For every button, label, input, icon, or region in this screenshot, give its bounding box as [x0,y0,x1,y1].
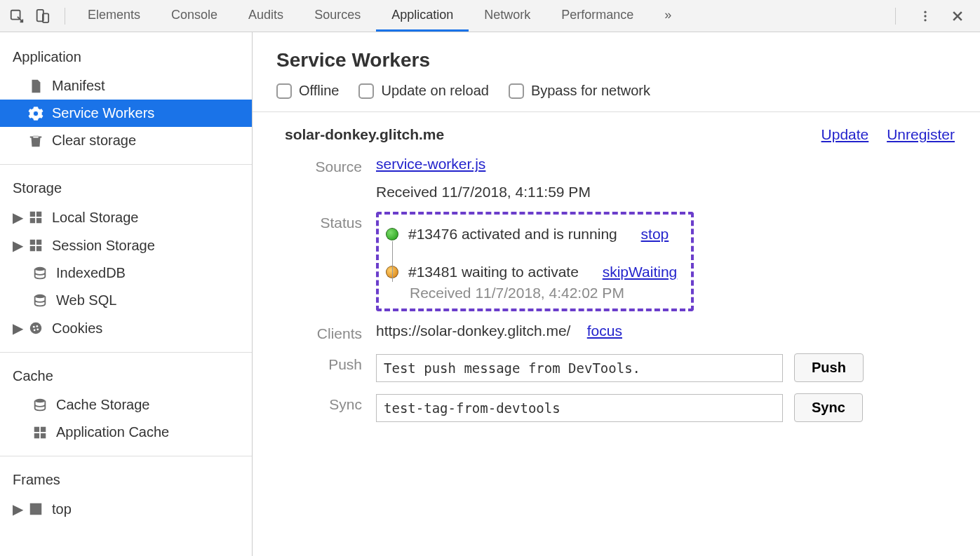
grid-icon [28,238,43,253]
svg-point-17 [33,326,35,328]
svg-rect-8 [30,218,35,223]
sync-button[interactable]: Sync [794,393,863,422]
sidebar-item-indexeddb[interactable]: IndexedDB [0,259,252,287]
sidebar-section-cache: Cache [0,362,252,391]
toolbar-separator [895,8,896,25]
sidebar-item-clear-storage[interactable]: Clear storage [0,127,252,154]
sidebar-divider [0,352,252,353]
svg-rect-9 [36,218,41,223]
status-waiting-text: waiting to activate [462,264,579,280]
sw-options-row: Offline Update on reload Bypass for netw… [253,83,980,111]
status-dot-active-icon [386,228,398,240]
push-button[interactable]: Push [794,353,864,382]
push-label: Push [285,353,376,373]
svg-rect-25 [41,433,46,438]
client-url: https://solar-donkey.glitch.me/ [376,323,570,339]
skipwaiting-link[interactable]: skipWaiting [603,264,678,280]
source-row: Source service-worker.js Received 11/7/2… [253,150,980,206]
sidebar-item-label: Session Storage [52,238,155,254]
caret-icon: ▶ [13,209,20,226]
source-label: Source [285,156,376,175]
tab-sources[interactable]: Sources [299,0,376,32]
tabs-overflow-icon[interactable]: » [649,0,687,32]
svg-point-18 [36,325,38,327]
cookie-icon [28,320,43,336]
sidebar-item-label: IndexedDB [56,265,126,281]
svg-point-21 [35,398,46,402]
update-on-reload-label: Update on reload [381,83,488,99]
tab-elements[interactable]: Elements [72,0,156,32]
sidebar-item-label: Manifest [52,78,105,94]
tab-performance[interactable]: Performance [546,0,649,32]
sidebar-item-label: Web SQL [56,292,116,308]
svg-rect-24 [34,433,39,438]
status-highlight-box: #13476 activated and is running stop #13… [376,212,694,311]
svg-point-16 [30,323,42,334]
trash-icon [28,133,43,149]
close-icon[interactable] [948,6,967,26]
unregister-link[interactable]: Unregister [887,126,955,142]
kebab-menu-icon[interactable] [915,6,935,26]
sidebar-item-label: Application Cache [56,424,169,440]
sidebar-item-label: Clear storage [52,133,136,149]
database-icon [32,266,48,281]
tab-network[interactable]: Network [469,0,546,32]
svg-point-5 [924,19,926,21]
push-input[interactable] [376,354,783,382]
sidebar-item-frame-top[interactable]: ▶ top [0,495,252,523]
svg-rect-12 [30,246,35,251]
sidebar-section-frames: Frames [0,466,252,495]
stop-link[interactable]: stop [641,226,669,243]
sidebar-item-label: Service Workers [52,105,154,121]
svg-rect-22 [34,426,39,431]
offline-label: Offline [299,83,339,99]
grid-icon [28,210,43,225]
svg-rect-13 [36,246,41,251]
sidebar-divider [0,164,252,165]
sidebar-item-application-cache[interactable]: Application Cache [0,419,252,446]
svg-point-20 [36,328,39,330]
svg-rect-26 [31,504,41,515]
sidebar-item-local-storage[interactable]: ▶ Local Storage [0,203,252,231]
offline-checkbox[interactable]: Offline [276,83,339,99]
toolbar-separator [65,8,65,25]
svg-point-3 [924,11,926,13]
sidebar-item-label: Cache Storage [56,397,149,413]
svg-point-15 [35,294,46,298]
tab-console[interactable]: Console [156,0,233,32]
sidebar-item-label: top [52,501,72,517]
svg-rect-10 [30,240,35,245]
sidebar-item-label: Cookies [52,320,102,337]
gear-icon [28,106,43,121]
svg-point-19 [34,329,36,331]
status-label: Status [285,212,376,231]
sidebar-item-cache-storage[interactable]: Cache Storage [0,391,252,419]
tab-application[interactable]: Application [376,0,469,32]
focus-link[interactable]: focus [587,323,622,339]
sidebar-divider [0,456,252,456]
status-connector [392,241,393,282]
sidebar-item-manifest[interactable]: Manifest [0,72,252,100]
status-active-id: #13476 [408,226,457,242]
bypass-checkbox[interactable]: Bypass for network [509,83,650,99]
devtools-toolbar: Elements Console Audits Sources Applicat… [0,0,980,32]
caret-icon: ▶ [13,320,20,337]
page-title: Service Workers [253,45,980,83]
tab-audits[interactable]: Audits [233,0,299,32]
clients-label: Clients [285,323,376,342]
source-file-link[interactable]: service-worker.js [376,156,485,172]
svg-point-4 [924,15,926,17]
inspect-icon[interactable] [7,6,27,26]
sync-input[interactable] [376,394,783,422]
database-icon [32,293,48,308]
sidebar-section-storage: Storage [0,175,252,203]
update-on-reload-checkbox[interactable]: Update on reload [358,83,488,99]
status-active-line: #13476 activated and is running stop [386,222,677,247]
device-toggle-icon[interactable] [32,6,52,26]
sidebar-item-cookies[interactable]: ▶ Cookies [0,314,252,342]
sidebar-item-service-workers[interactable]: Service Workers [0,100,252,127]
sidebar-item-websql[interactable]: Web SQL [0,287,252,314]
update-link[interactable]: Update [821,126,869,142]
origin-row: solar-donkey.glitch.me Update Unregister [253,112,980,150]
sidebar-item-session-storage[interactable]: ▶ Session Storage [0,231,252,259]
